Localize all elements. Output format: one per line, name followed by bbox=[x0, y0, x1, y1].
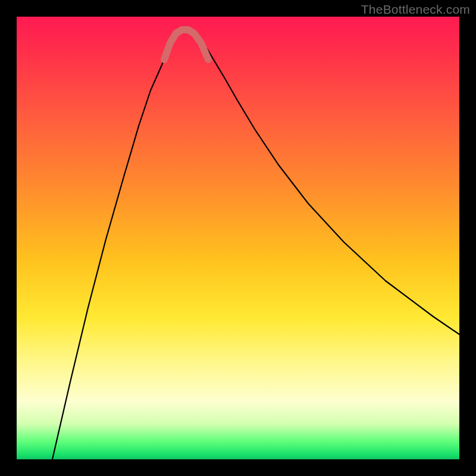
bottleneck-curve-path bbox=[52, 31, 459, 459]
watermark-text: TheBottleneck.com bbox=[361, 2, 470, 17]
curve-svg bbox=[17, 17, 459, 459]
chart-frame: TheBottleneck.com bbox=[0, 0, 476, 476]
plot-area bbox=[17, 17, 459, 459]
optimal-zone-marker-path bbox=[164, 30, 208, 60]
